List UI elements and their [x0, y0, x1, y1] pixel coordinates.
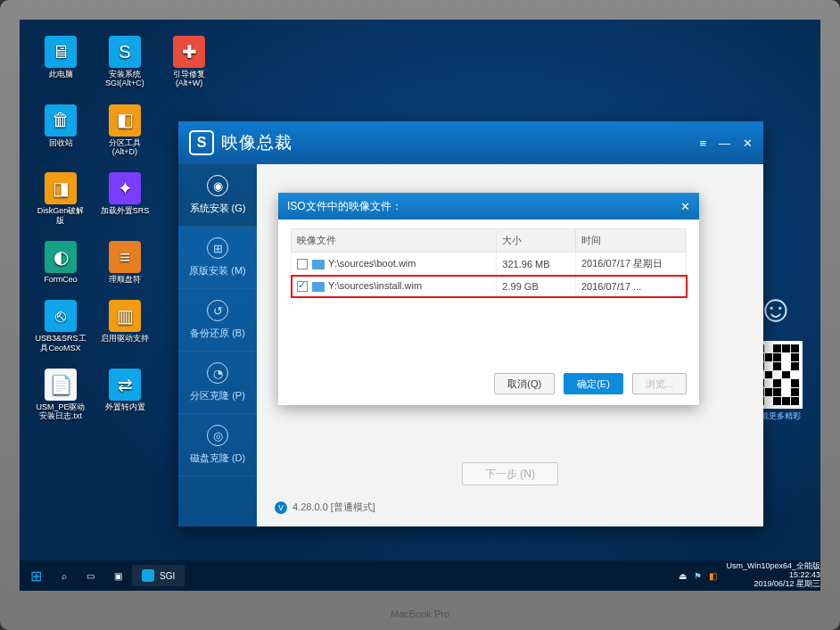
ok-button[interactable]: 确定(E) — [564, 373, 623, 394]
next-button[interactable]: 下一步 (N) — [462, 462, 558, 485]
desktop-icon-msx[interactable]: ▥启用驱动支持 — [98, 300, 152, 352]
sidebar-icon: ⊞ — [207, 237, 228, 259]
row-size: 321.96 MB — [497, 253, 576, 276]
desktop-icon-sgi[interactable]: S安装系统 SGI(Alt+C) — [98, 36, 152, 88]
iso-dialog: ISO文件中的映像文件： ✕ 映像文件 大小 时间 Y:\sources\boo… — [278, 193, 699, 405]
folder-icon — [312, 282, 325, 292]
sidebar-label: 备份还原 (B) — [190, 327, 245, 340]
laptop-brand: MacBook Pro — [391, 609, 449, 619]
sidebar-icon: ◎ — [207, 425, 228, 446]
icon-label: 启用驱动支持 — [101, 334, 149, 343]
tray[interactable]: ⏏ ⚑ ◧ — [679, 571, 726, 581]
tray-settings-icon[interactable]: ◧ — [709, 571, 717, 581]
sgi-icon — [142, 569, 154, 582]
app-sidebar: ◉系统安装 (G)⊞原版安装 (M)↺备份还原 (B)◔分区克隆 (P)◎磁盘克… — [178, 164, 257, 526]
row-size: 2.99 GB — [497, 276, 576, 297]
task-search-icon[interactable]: ⌕ — [52, 565, 77, 586]
msx-icon: ▥ — [109, 300, 141, 332]
col-size[interactable]: 大小 — [497, 229, 576, 253]
sgi-icon: S — [109, 36, 141, 68]
row-checkbox[interactable] — [297, 259, 308, 269]
taskbar[interactable]: ⊞ ⌕ ▭ ▣ SGI ⏏ ⚑ ◧ Usm_Win10pex64_全能版 15:… — [20, 560, 820, 591]
desktop-icon-usb[interactable]: ⎋USB3&SRS工 具CeoMSX — [34, 300, 87, 352]
sidebar-item-1[interactable]: ⊞原版安装 (M) — [178, 227, 257, 289]
desktop-icon-pc[interactable]: 🖥此电脑 — [34, 36, 87, 88]
image-file-table: 映像文件 大小 时间 Y:\sources\boot.wim321.96 MB2… — [291, 228, 687, 297]
desktop-icon-disk[interactable]: ◨DiskGen破解 版 — [34, 172, 87, 225]
desktop-icon-bin[interactable]: 🗑回收站 — [34, 104, 87, 157]
image-file-rows: Y:\sources\boot.wim321.96 MB2016/07/17 星… — [292, 253, 687, 297]
app-logo-icon: S — [189, 130, 214, 155]
txt-icon: 📄 — [45, 369, 77, 401]
table-row[interactable]: Y:\sources\install.wim2.99 GB2016/07/17 … — [292, 276, 687, 297]
col-file[interactable]: 映像文件 — [292, 229, 497, 253]
sidebar-item-4[interactable]: ◎磁盘克隆 (D) — [178, 414, 257, 477]
sidebar-item-3[interactable]: ◔分区克隆 (P) — [178, 352, 257, 414]
task-explorer-icon[interactable]: ▣ — [104, 565, 132, 586]
icon-label: 加载外置SRS — [101, 206, 150, 215]
browse-button[interactable]: 浏览... — [632, 373, 687, 394]
drive-icon: ≡ — [109, 241, 141, 273]
sidebar-item-2[interactable]: ↺备份还原 (B) — [178, 289, 257, 352]
disk-icon: ◨ — [45, 172, 77, 204]
icon-label: 此电脑 — [49, 70, 73, 79]
task-sgi[interactable]: SGI — [132, 565, 185, 586]
pc-icon: 🖥 — [45, 36, 77, 68]
desktop-icon-srs[interactable]: ✦加载外置SRS — [98, 172, 152, 225]
icon-label: 分区工具 (Alt+D) — [109, 138, 141, 157]
app-titlebar[interactable]: S 映像总裁 ≡ — ✕ — [178, 121, 763, 164]
icon-label: USM_PE驱动 安装日志.txt — [36, 402, 85, 421]
cancel-button[interactable]: 取消(Q) — [494, 373, 555, 394]
desktop-icon-txt[interactable]: 📄USM_PE驱动 安装日志.txt — [34, 369, 87, 421]
row-path: Y:\sources\boot.wim — [328, 258, 416, 269]
dialog-close-button[interactable]: ✕ — [680, 200, 690, 213]
table-row[interactable]: Y:\sources\boot.wim321.96 MB2016/07/17 星… — [292, 253, 687, 276]
dialog-titlebar[interactable]: ISO文件中的映像文件： ✕ — [278, 193, 699, 220]
ceo-icon: ◐ — [45, 241, 77, 273]
folder-icon — [312, 260, 325, 269]
srs-icon: ✦ — [109, 172, 141, 204]
desktop-icon-part[interactable]: ◧分区工具 (Alt+D) — [98, 104, 152, 157]
icon-label: DiskGen破解 版 — [37, 206, 85, 225]
desktop-icon-ceo[interactable]: ◐FormCeo — [34, 241, 87, 284]
tray-flag-icon[interactable]: ⚑ — [694, 571, 702, 581]
sidebar-item-0[interactable]: ◉系统安装 (G) — [178, 164, 257, 227]
row-path: Y:\sources\install.wim — [328, 280, 422, 291]
icon-label: FormCeo — [44, 275, 78, 284]
taskbar-clock[interactable]: Usm_Win10pex64_全能版 15:22:43 2019/06/12 星… — [726, 562, 820, 589]
sidebar-icon: ◔ — [207, 362, 228, 384]
desktop-icon-drive[interactable]: ≡理顺盘符 — [98, 241, 152, 284]
version-label: V 4.28.0.0 [普通模式] — [275, 501, 375, 514]
icon-label: 外置转内置 — [105, 402, 145, 411]
row-checkbox[interactable] — [297, 281, 308, 292]
dialog-title: ISO文件中的映像文件： — [287, 199, 402, 214]
part-icon: ◧ — [109, 104, 141, 137]
col-time[interactable]: 时间 — [575, 229, 686, 253]
icon-label: USB3&SRS工 具CeoMSX — [35, 334, 86, 352]
menu-button[interactable]: ≡ — [699, 137, 706, 150]
usb-icon: ⎋ — [45, 300, 77, 332]
row-time: 2016/07/17 星期日 — [575, 253, 686, 276]
icon-label: 理顺盘符 — [109, 275, 141, 284]
icon-label: 回收站 — [49, 138, 73, 147]
desktop-icon-repair[interactable]: ✚引导修复 (Alt+W) — [162, 36, 216, 88]
start-button[interactable]: ⊞ — [20, 560, 52, 591]
sidebar-label: 磁盘克隆 (D) — [190, 452, 245, 465]
app-title: 映像总裁 — [221, 131, 292, 154]
sidebar-icon: ↺ — [207, 300, 228, 321]
repair-icon: ✚ — [173, 36, 205, 68]
minimize-button[interactable]: — — [719, 137, 730, 150]
tray-usb-icon[interactable]: ⏏ — [679, 571, 687, 581]
icon-label: 引导修复 (Alt+W) — [173, 70, 205, 88]
desktop: 🖥此电脑S安装系统 SGI(Alt+C)✚引导修复 (Alt+W)🗑回收站◧分区… — [20, 20, 820, 591]
bin-icon: 🗑 — [45, 104, 77, 137]
close-button[interactable]: ✕ — [743, 137, 753, 150]
desktop-icon-ext[interactable]: ⇄外置转内置 — [98, 369, 152, 421]
row-time: 2016/07/17 ... — [575, 276, 686, 297]
version-icon: V — [275, 502, 287, 514]
sidebar-label: 原版安装 (M) — [189, 264, 246, 278]
icon-label: 安装系统 SGI(Alt+C) — [105, 70, 144, 88]
sidebar-label: 系统安装 (G) — [190, 202, 246, 215]
task-view-icon[interactable]: ▭ — [77, 565, 104, 586]
sidebar-label: 分区克隆 (P) — [190, 389, 245, 402]
